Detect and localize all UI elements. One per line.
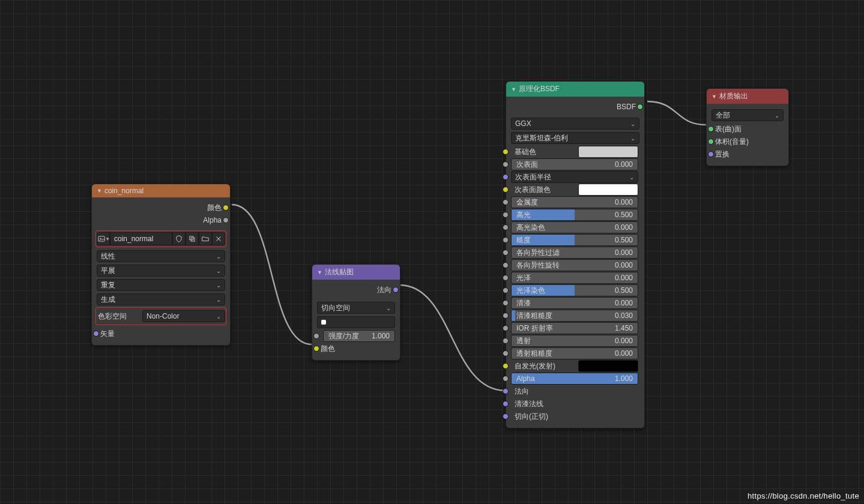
input-anisotropic-rot[interactable]: 各向异性旋转0.000 <box>511 259 639 271</box>
input-emission[interactable]: 自发光(发射) <box>511 360 639 372</box>
sheen-tint-slider[interactable]: 光泽染色0.500 <box>511 284 638 296</box>
image-selector[interactable]: ▾ coin_normal <box>97 232 225 245</box>
input-normal[interactable]: 法向 <box>511 385 639 397</box>
input-transmission[interactable]: 透射0.000 <box>511 335 639 347</box>
node-header[interactable]: ▼ coin_normal <box>92 184 230 197</box>
socket-subsurface-in[interactable] <box>503 161 509 167</box>
input-alpha[interactable]: Alpha1.000 <box>511 373 639 385</box>
unlink-image-button[interactable] <box>212 232 225 245</box>
socket-specular-in[interactable] <box>503 212 509 218</box>
node-header[interactable]: ▼ 原理化BSDF <box>506 82 644 97</box>
subsurface-method-select[interactable]: 克里斯坦森-伯利⌄ <box>511 132 639 144</box>
input-color[interactable]: 颜色 <box>317 343 395 355</box>
clearcoat-slider[interactable]: 清漆0.000 <box>511 297 638 309</box>
socket-anisotropic-in[interactable] <box>503 250 509 256</box>
socket-sheen-tint-in[interactable] <box>503 287 509 293</box>
space-select[interactable]: 切向空间⌄ <box>317 302 395 314</box>
input-strength[interactable]: 强度/力度 1.000 <box>317 330 395 342</box>
input-surface[interactable]: 表(曲)面 <box>711 123 784 135</box>
target-select[interactable]: 全部⌄ <box>711 109 784 121</box>
subsurface-slider[interactable]: 次表面0.000 <box>511 158 638 170</box>
input-specular[interactable]: 高光0.500 <box>511 209 639 221</box>
transmission-rough-slider[interactable]: 透射粗糙度0.000 <box>511 347 638 359</box>
socket-normal-out[interactable] <box>393 287 399 293</box>
socket-clearcoat-in[interactable] <box>503 300 509 306</box>
base-color-swatch[interactable] <box>578 146 638 158</box>
socket-subsurface-radius-in[interactable] <box>503 174 509 180</box>
uvmap-select[interactable] <box>317 316 395 328</box>
input-clearcoat[interactable]: 清漆0.000 <box>511 297 639 309</box>
alpha-slider[interactable]: Alpha1.000 <box>511 373 638 385</box>
socket-color-out[interactable] <box>223 205 229 211</box>
node-header[interactable]: ▼ 材质输出 <box>707 89 788 104</box>
socket-sheen-in[interactable] <box>503 275 509 281</box>
input-specular-tint[interactable]: 高光染色0.000 <box>511 221 639 233</box>
specular-slider[interactable]: 高光0.500 <box>511 209 638 221</box>
socket-bsdf-out[interactable] <box>637 104 643 110</box>
socket-emission-in[interactable] <box>503 363 509 369</box>
socket-volume-in[interactable] <box>708 139 714 145</box>
input-transmission-rough[interactable]: 透射粗糙度0.000 <box>511 347 639 359</box>
input-roughness[interactable]: 糙度0.500 <box>511 234 639 246</box>
socket-normal-in[interactable] <box>503 388 509 394</box>
new-image-button[interactable] <box>186 232 199 245</box>
input-subsurface-color[interactable]: 次表面颜色 <box>511 184 639 196</box>
socket-anisotropic-rot-in[interactable] <box>503 262 509 268</box>
roughness-slider[interactable]: 糙度0.500 <box>511 234 638 246</box>
socket-strength-in[interactable] <box>313 333 319 339</box>
distribution-select[interactable]: GGX⌄ <box>511 118 639 130</box>
socket-base-color-in[interactable] <box>503 149 509 155</box>
strength-slider[interactable]: 强度/力度 1.000 <box>323 330 395 342</box>
extension-select[interactable]: 重复⌄ <box>97 279 225 291</box>
emission-swatch[interactable] <box>578 360 638 372</box>
input-clearcoat-rough[interactable]: 清漆粗糙度0.030 <box>511 310 639 322</box>
input-metallic[interactable]: 金属度0.000 <box>511 196 639 208</box>
node-material-output[interactable]: ▼ 材质输出 全部⌄ 表(曲)面 体积(音量) 置换 <box>706 88 789 166</box>
socket-surface-in[interactable] <box>708 126 714 132</box>
input-sheen[interactable]: 光泽0.000 <box>511 272 639 284</box>
input-anisotropic[interactable]: 各向异性过滤0.000 <box>511 247 639 259</box>
interpolation-select[interactable]: 线性⌄ <box>97 250 225 262</box>
socket-transmission-in[interactable] <box>503 338 509 344</box>
clearcoat-rough-slider[interactable]: 清漆粗糙度0.030 <box>511 310 638 322</box>
socket-subsurface-color-in[interactable] <box>503 187 509 193</box>
input-displacement[interactable]: 置换 <box>711 148 784 160</box>
specular-tint-slider[interactable]: 高光染色0.000 <box>511 221 638 233</box>
socket-clearcoat-normal-in[interactable] <box>503 401 509 407</box>
open-image-button[interactable] <box>199 232 212 245</box>
input-sheen-tint[interactable]: 光泽染色0.500 <box>511 284 639 296</box>
socket-roughness-in[interactable] <box>503 237 509 243</box>
socket-alpha-in[interactable] <box>503 376 509 382</box>
projection-select[interactable]: 平展⌄ <box>97 265 225 277</box>
node-normal-map[interactable]: ▼ 法线贴图 法向 切向空间⌄ 强度/力度 1.000 颜色 <box>312 264 400 361</box>
colorspace-select[interactable]: Non-Color⌄ <box>142 310 225 322</box>
output-alpha[interactable]: Alpha <box>97 214 225 226</box>
socket-tangent-in[interactable] <box>503 413 509 419</box>
input-ior[interactable]: IOR 折射率1.450 <box>511 322 639 334</box>
browse-image-button[interactable]: ▾ <box>97 232 110 245</box>
input-subsurface[interactable]: 次表面0.000 <box>511 158 639 170</box>
input-base-color[interactable]: 基础色 <box>511 146 639 158</box>
transmission-slider[interactable]: 透射0.000 <box>511 335 638 347</box>
fake-user-button[interactable] <box>172 232 186 245</box>
input-vector[interactable]: 矢量 <box>97 328 225 340</box>
socket-transmission-rough-in[interactable] <box>503 350 509 356</box>
output-color[interactable]: 颜色 <box>97 202 225 214</box>
socket-alpha-out[interactable] <box>223 217 229 223</box>
input-tangent[interactable]: 切向(正切) <box>511 410 639 422</box>
socket-metallic-in[interactable] <box>503 199 509 205</box>
output-normal[interactable]: 法向 <box>317 284 395 296</box>
input-clearcoat-normal[interactable]: 清漆法线 <box>511 398 639 410</box>
socket-specular-tint-in[interactable] <box>503 224 509 230</box>
socket-displacement-in[interactable] <box>708 151 714 157</box>
sheen-slider[interactable]: 光泽0.000 <box>511 272 638 284</box>
socket-clearcoat-rough-in[interactable] <box>503 313 509 319</box>
image-name-field[interactable]: coin_normal <box>110 232 172 245</box>
subsurface-color-swatch[interactable] <box>578 184 638 196</box>
source-select[interactable]: 生成⌄ <box>97 293 225 305</box>
metallic-slider[interactable]: 金属度0.000 <box>511 196 638 208</box>
node-image-texture[interactable]: ▼ coin_normal 颜色 Alpha ▾ coin_normal <box>91 184 231 346</box>
input-subsurface-radius[interactable]: 次表面半径⌄ <box>511 171 639 183</box>
anisotropic-rot-slider[interactable]: 各向异性旋转0.000 <box>511 259 638 271</box>
output-bsdf[interactable]: BSDF <box>511 101 639 113</box>
